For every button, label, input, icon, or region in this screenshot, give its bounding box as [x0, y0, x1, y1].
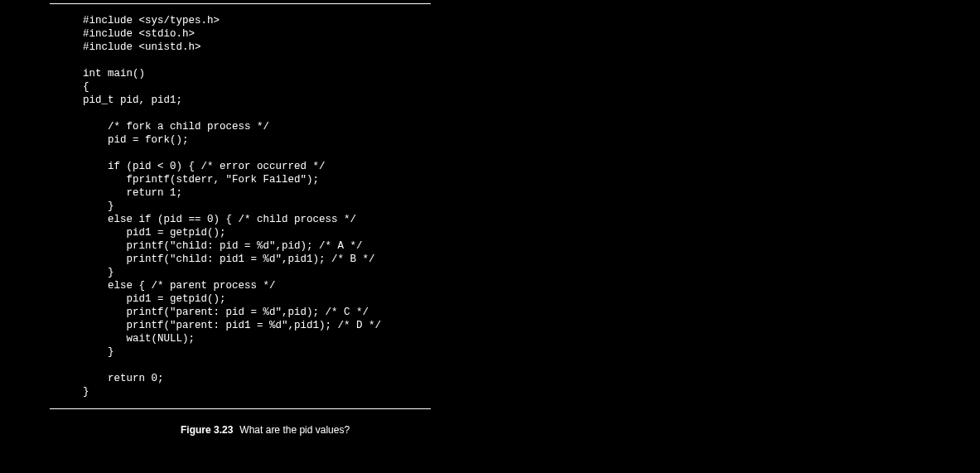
- top-rule: [50, 3, 431, 4]
- figure-caption: Figure 3.23What are the pid values?: [50, 424, 930, 436]
- figure-caption-text: What are the pid values?: [239, 424, 350, 436]
- figure-number: Figure 3.23: [181, 424, 233, 436]
- code-listing: #include <sys/types.h> #include <stdio.h…: [50, 14, 930, 398]
- bottom-rule: [50, 408, 431, 409]
- figure-block: #include <sys/types.h> #include <stdio.h…: [0, 3, 980, 436]
